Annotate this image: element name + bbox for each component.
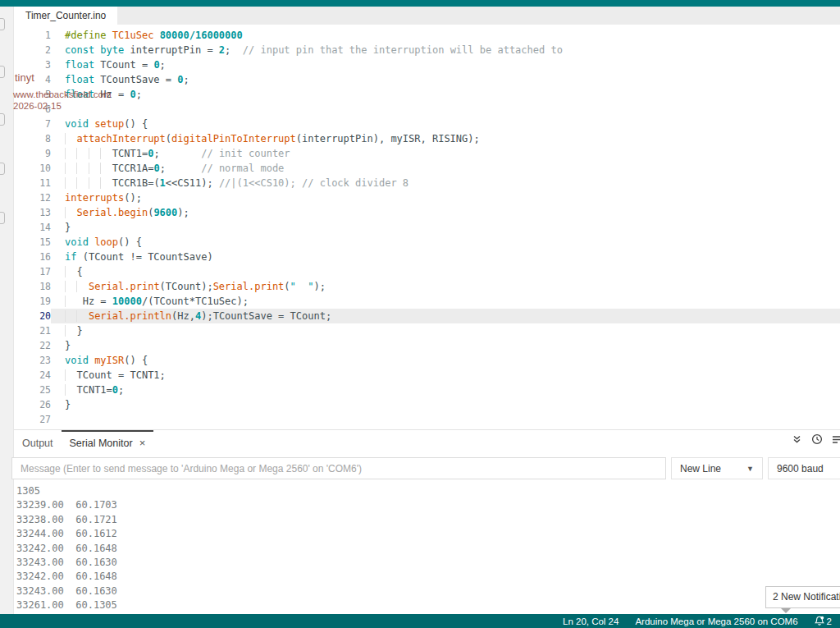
serial-output-line: 33243.00 60.1630	[16, 556, 840, 570]
tab-output-label: Output	[22, 438, 53, 449]
baud-rate-value: 9600 baud	[777, 463, 824, 474]
code-text	[51, 102, 840, 117]
sidebar-icon-fragment	[0, 163, 5, 175]
collapse-panel-icon[interactable]	[792, 434, 802, 445]
serial-output[interactable]: 130533239.00 60.170333238.00 60.17213324…	[14, 481, 840, 608]
line-number: 24	[14, 368, 51, 383]
code-text: TCount = TCNT1;	[51, 368, 840, 383]
code-line[interactable]: 3float TCount = 0;	[14, 57, 840, 72]
tab-serial-monitor[interactable]: Serial Monitor ×	[62, 430, 154, 455]
code-text: }	[51, 338, 840, 353]
code-line[interactable]: 24 TCount = TCNT1;	[14, 368, 840, 383]
line-number: 23	[14, 353, 51, 368]
notification-toast[interactable]: 2 New Notifications	[765, 586, 840, 608]
tab-timer-counter-ino[interactable]: Timer_Counter.ino	[14, 7, 117, 25]
code-line[interactable]: 21 }	[14, 323, 840, 338]
code-text: TCCR1B=(1<<CS11); //|(1<<CS10); // clock…	[51, 176, 840, 190]
sidebar-icon-fragment	[0, 66, 5, 78]
sidebar-icon-fragment	[0, 18, 5, 30]
line-ending-value: New Line	[680, 463, 721, 474]
code-editor[interactable]: 1#define TC1uSec 80000/160000002const by…	[14, 25, 840, 429]
board-port-status[interactable]: Arduino Mega or Mega 2560 on COM6	[635, 617, 797, 626]
code-line[interactable]: 10 TCCR1A=0; // normal mode	[14, 161, 840, 176]
code-text: float TCount = 0;	[51, 57, 840, 72]
code-line[interactable]: 18 Serial.print(TCount);Serial.print(" "…	[14, 279, 840, 294]
line-number: 7	[14, 117, 51, 131]
code-text: }	[51, 323, 840, 338]
code-line[interactable]: 2const byte interruptPin = 2; // input p…	[14, 43, 840, 57]
bell-icon	[815, 616, 824, 626]
line-number: 22	[14, 338, 51, 353]
serial-message-input[interactable]	[11, 457, 666, 479]
status-bar: Ln 20, Col 24 Arduino Mega or Mega 2560 …	[0, 614, 840, 628]
code-text: Serial.begin(9600);	[51, 205, 840, 220]
sidebar-icon-fragment	[0, 113, 5, 126]
code-line[interactable]: 15void loop() {	[14, 235, 840, 250]
code-text: void myISR() {	[51, 353, 840, 368]
code-text: Hz = 10000/(TCount*TC1uSec);	[51, 294, 840, 309]
line-number: 17	[14, 264, 51, 279]
panel-tab-bar: Output Serial Monitor ×	[14, 430, 840, 455]
code-text: const byte interruptPin = 2; // input pi…	[51, 43, 840, 57]
serial-controls: New Line ▼ 9600 baud	[11, 457, 840, 479]
baud-rate-select[interactable]: 9600 baud	[768, 457, 840, 479]
code-line[interactable]: 14}	[14, 220, 840, 235]
code-line[interactable]: 8 attachInterrupt(digitalPinToInterrupt(…	[14, 131, 840, 146]
code-line[interactable]: 26}	[14, 397, 840, 412]
code-line[interactable]: 13 Serial.begin(9600);	[14, 205, 840, 220]
line-number: 16	[14, 250, 51, 264]
line-number: 3	[14, 57, 51, 72]
code-line[interactable]: 20 Serial.println(Hz,4);TCountSave = TCo…	[14, 309, 840, 323]
arduino-ide-window: Timer_Counter.ino 1#define TC1uSec 80000…	[0, 0, 840, 628]
panel-toolbar	[792, 433, 840, 445]
code-line[interactable]: 17 {	[14, 264, 840, 279]
timestamp-toggle-icon[interactable]	[811, 433, 823, 445]
line-number: 25	[14, 383, 51, 397]
line-number: 12	[14, 190, 51, 205]
line-number: 10	[14, 161, 51, 176]
line-number: 19	[14, 294, 51, 309]
line-number: 11	[14, 176, 51, 190]
serial-output-line: 33261.00 60.1305	[16, 598, 840, 608]
clear-output-icon[interactable]	[832, 434, 840, 445]
code-text: Serial.print(TCount);Serial.print(" ");	[51, 279, 840, 294]
close-icon[interactable]: ×	[139, 437, 146, 449]
tab-output[interactable]: Output	[14, 430, 62, 455]
sidebar-icon-fragment	[0, 212, 5, 224]
cursor-position[interactable]: Ln 20, Col 24	[563, 617, 619, 626]
code-line[interactable]: 16if (TCount != TCountSave)	[14, 250, 840, 264]
line-number: 1	[14, 28, 51, 43]
code-line[interactable]: 27	[14, 412, 840, 427]
code-line[interactable]: 6	[14, 102, 840, 117]
code-line[interactable]: 9 TCNT1=0; // init counter	[14, 146, 840, 161]
tab-label: Timer_Counter.ino	[25, 10, 106, 21]
code-text: attachInterrupt(digitalPinToInterrupt(in…	[51, 131, 840, 146]
serial-output-line: 33242.00 60.1648	[16, 570, 840, 584]
line-number: 5	[14, 87, 51, 102]
notifications-button[interactable]: 2	[815, 616, 832, 626]
code-line[interactable]: 12interrupts();	[14, 190, 840, 205]
toast-pointer	[781, 608, 791, 613]
line-ending-select[interactable]: New Line ▼	[671, 457, 763, 479]
code-line[interactable]: 5float Hz = 0;	[14, 87, 840, 102]
serial-output-line: 1305	[16, 484, 840, 498]
code-line[interactable]: 4float TCountSave = 0;	[14, 72, 840, 87]
tab-serial-monitor-label: Serial Monitor	[70, 438, 133, 449]
code-line[interactable]: 19 Hz = 10000/(TCount*TC1uSec);	[14, 294, 840, 309]
code-text: {	[51, 264, 840, 279]
code-line[interactable]: 23void myISR() {	[14, 353, 840, 368]
code-line[interactable]: 25 TCNT1=0;	[14, 383, 840, 397]
code-text: Serial.println(Hz,4);TCountSave = TCount…	[51, 309, 840, 323]
chevron-down-icon: ▼	[746, 465, 754, 473]
code-line[interactable]: 7void setup() {	[14, 117, 840, 131]
editor-tab-bar: Timer_Counter.ino	[14, 7, 840, 25]
code-text: TCNT1=0; // init counter	[51, 146, 840, 161]
code-line[interactable]: 11 TCCR1B=(1<<CS11); //|(1<<CS10); // cl…	[14, 176, 840, 190]
code-text: }	[51, 397, 840, 412]
code-line[interactable]: 1#define TC1uSec 80000/16000000	[14, 28, 840, 43]
code-line[interactable]: 22}	[14, 338, 840, 353]
code-text	[51, 412, 840, 427]
code-lines: 1#define TC1uSec 80000/160000002const by…	[14, 28, 840, 427]
code-text: if (TCount != TCountSave)	[51, 250, 840, 264]
code-text: #define TC1uSec 80000/16000000	[51, 28, 840, 43]
